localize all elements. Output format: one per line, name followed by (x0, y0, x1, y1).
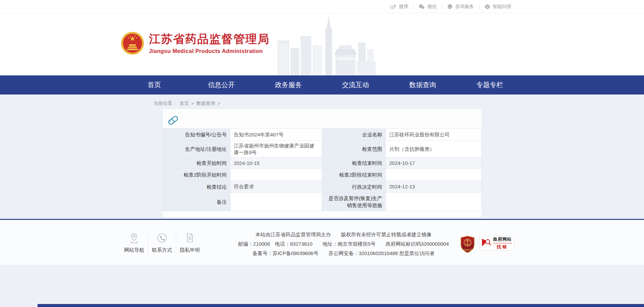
field-value (230, 193, 322, 211)
field-value (230, 169, 322, 181)
field-label: 是否涉及暂停(恢复)生产销售使用等措施 (322, 193, 386, 211)
nav-item-home[interactable]: 首页 (121, 75, 188, 95)
site-title: 江苏省药品监督管理局 (149, 32, 270, 46)
breadcrumb-separator: > (191, 101, 194, 106)
field-value: 告知书2024年第407号 (230, 129, 322, 141)
contact-label: 联系方式 (150, 247, 174, 253)
wechat-link[interactable]: 微信 (414, 4, 442, 10)
table-row: 告知书编号/公告号 告知书2024年第407号 企业名称 江苏联环药业股份有限公… (163, 129, 481, 141)
site-map-label: 网站导航 (122, 247, 146, 253)
nav-item-data-query[interactable]: 数据查询 (389, 75, 456, 95)
national-emblem-logo (121, 32, 144, 55)
map-pin-icon (122, 232, 146, 244)
topbar-links: 微博 微信 咨询服务 智能问答 (385, 0, 517, 13)
record-panel: 告知书编号/公告号 告知书2024年第407号 企业名称 江苏联环药业股份有限公… (162, 109, 482, 218)
table-row: 检查开始时间 2024-10-15 检查结束时间 2024-10-17 (163, 158, 481, 169)
field-label: 检查开始时间 (163, 158, 230, 169)
field-value: 江苏省扬州市扬州生物健康产业园健康一路9号 (230, 141, 322, 158)
nav-item-gov-services[interactable]: 政务服务 (255, 75, 322, 95)
nav-item-special-topics[interactable]: 专题专栏 (456, 75, 523, 95)
table-row: 生产地址/注册地址 江苏省扬州市扬州生物健康产业园健康一路9号 检查范围 片剂（… (163, 141, 481, 158)
privacy-label: 隐私申明 (178, 247, 202, 253)
main-content: 当前位置： 首页 > 数据查询 > 告知书编号/公告号 告知书2024年第 (0, 95, 644, 219)
contact-link[interactable]: 联系方式 (150, 232, 174, 253)
breadcrumb-home-link[interactable]: 首页 (179, 101, 189, 107)
table-row: 检查2阶段开始时间 检查2阶段结束时间 (163, 169, 481, 181)
inspection-record-table: 告知书编号/公告号 告知书2024年第407号 企业名称 江苏联环药业股份有限公… (163, 128, 482, 211)
field-value (386, 193, 481, 211)
nav-item-info-disclosure[interactable]: 信息公开 (188, 75, 255, 95)
footer-line-1: 本站由江苏省药品监督管理局主办 版权所有未经许可禁止转载或者建立镜像 (216, 230, 471, 239)
pill-icon (167, 114, 482, 128)
error-finder-texts: 政府网站 找错 (493, 236, 512, 250)
footer-info-text: 本站由江苏省药品监督管理局主办 版权所有未经许可禁止转载或者建立镜像 邮编：21… (216, 230, 471, 258)
field-value: 2024-10-17 (386, 158, 481, 169)
wechat-label: 微信 (427, 4, 437, 10)
party-gov-badge-label: 党政机关 (463, 248, 472, 251)
divider (148, 232, 148, 253)
footer-line-2: 邮编：210008 电话：83273610 地址：南京市鼓楼街5号 政府网站标识… (216, 239, 471, 249)
field-label: 检查2阶段开始时间 (163, 169, 230, 181)
privacy-link[interactable]: 隐私申明 (178, 232, 202, 253)
party-gov-badge[interactable]: 党政机关 (460, 236, 475, 254)
breadcrumb-section-link[interactable]: 数据查询 (196, 101, 215, 107)
table-row: 检查结论 符合要求 行政决定时间 2024-12-13 (163, 181, 481, 193)
site-header: 江苏省药品监督管理局 Jiangsu Medical Products Admi… (0, 13, 644, 75)
site-map-link[interactable]: 网站导航 (122, 232, 146, 253)
weibo-link[interactable]: 微博 (385, 4, 413, 10)
breadcrumb: 当前位置： 首页 > 数据查询 > (154, 95, 490, 109)
field-label: 检查范围 (322, 141, 386, 158)
error-finder-top-label: 政府网站 (493, 236, 512, 243)
field-label: 检查2阶段结束时间 (322, 169, 386, 181)
field-label: 企业名称 (322, 129, 386, 141)
breadcrumb-prefix: 当前位置： (154, 101, 177, 107)
footer-badges: 党政机关 政府网站 找错 (460, 236, 514, 254)
field-label: 告知书编号/公告号 (163, 129, 230, 141)
field-label: 检查结束时间 (322, 158, 386, 169)
page-bottom-region (0, 265, 644, 307)
field-value: 2024-10-15 (230, 158, 322, 169)
field-label: 生产地址/注册地址 (163, 141, 230, 158)
consult-service-link[interactable]: 咨询服务 (442, 4, 479, 10)
nav-item-interaction[interactable]: 交流互动 (322, 75, 389, 95)
top-utility-bar: 微博 微信 咨询服务 智能问答 (0, 0, 644, 13)
breadcrumb-separator: > (217, 101, 220, 106)
field-value: 江苏联环药业股份有限公司 (386, 129, 481, 141)
field-value: 符合要求 (230, 181, 322, 193)
robot-qa-icon (484, 4, 490, 9)
table-row: 备注 是否涉及暂停(恢复)生产销售使用等措施 (163, 193, 481, 211)
chat-service-icon (447, 4, 453, 9)
field-label: 备注 (163, 193, 230, 211)
privacy-doc-icon (178, 232, 202, 244)
error-finder-magnifier-icon (482, 237, 491, 249)
site-logo-block: 江苏省药品监督管理局 Jiangsu Medical Products Admi… (121, 32, 270, 55)
smart-qa-link[interactable]: 智能问答 (479, 4, 517, 10)
footer-quick-links: 网站导航 联系方式 (122, 232, 202, 253)
wechat-icon (419, 4, 425, 9)
field-label: 检查结论 (163, 181, 230, 193)
error-finder-bottom-label: 找错 (493, 244, 512, 250)
field-value: 2024-12-13 (386, 181, 481, 193)
main-nav: 首页 信息公开 政务服务 交流互动 数据查询 专题专栏 (0, 75, 644, 95)
field-label: 行政决定时间 (322, 181, 386, 193)
site-error-finder-badge[interactable]: 政府网站 找错 (479, 236, 514, 250)
footer-line-3: 备案号：苏ICP备09039606号 苏公网安备：32010602010488 … (216, 249, 471, 258)
field-value (386, 169, 481, 181)
bottom-accent-strip (38, 304, 644, 307)
weibo-icon (390, 4, 396, 9)
divider (176, 232, 176, 253)
field-value: 片剂（含抗肿瘤类） (386, 141, 481, 158)
site-footer: 网站导航 联系方式 (0, 220, 644, 265)
consult-service-label: 咨询服务 (455, 4, 474, 10)
site-subtitle: Jiangsu Medical Products Administration (149, 48, 270, 54)
phone-icon (150, 232, 174, 244)
smart-qa-label: 智能问答 (493, 4, 512, 10)
weibo-label: 微博 (399, 4, 408, 10)
